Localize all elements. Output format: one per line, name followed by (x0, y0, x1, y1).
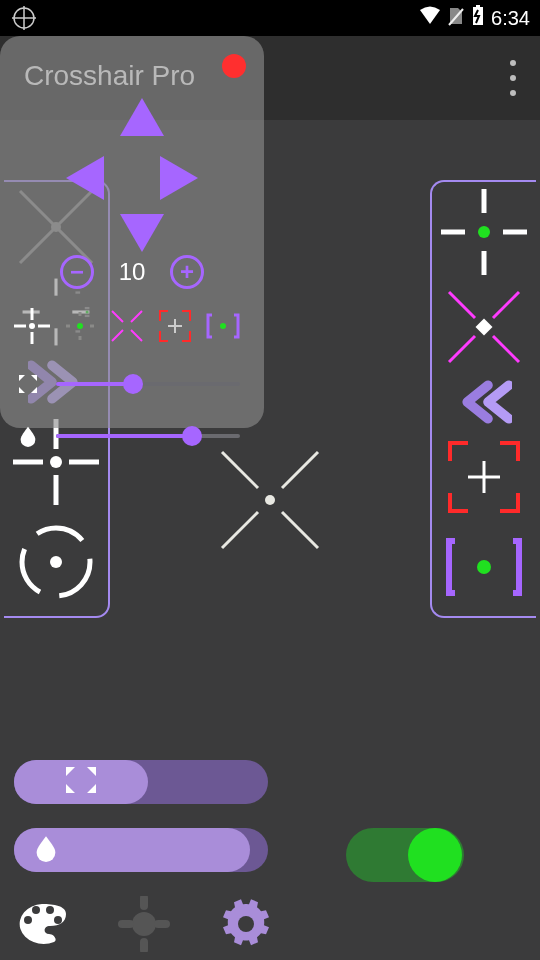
preset-chevrons-left[interactable] (432, 372, 536, 432)
opacity-pill-slider[interactable] (14, 828, 268, 872)
status-icon-app-target (10, 4, 38, 32)
controls-popup: Crosshair Pro − 10 + (0, 36, 264, 428)
svg-line-50 (131, 311, 142, 322)
status-bar: 6:34 (0, 0, 540, 36)
svg-line-30 (449, 292, 475, 318)
move-up-button[interactable] (120, 98, 164, 136)
preset-pink-x-diamond[interactable] (432, 282, 536, 372)
svg-line-55 (222, 452, 258, 488)
opacity-slider[interactable] (56, 434, 240, 438)
svg-point-22 (50, 456, 62, 468)
drop-icon (32, 834, 60, 866)
step-minus-button[interactable]: − (60, 255, 94, 289)
overflow-menu-button[interactable] (502, 60, 524, 96)
svg-line-48 (112, 311, 123, 322)
preset-green-dot-bracket[interactable] (432, 522, 536, 612)
right-preset-panel (430, 180, 536, 618)
svg-point-61 (32, 906, 40, 914)
style-dot-dashes[interactable] (64, 310, 96, 346)
style-picker-row (14, 304, 240, 352)
dpad (0, 80, 264, 270)
svg-line-49 (131, 330, 142, 341)
svg-line-51 (112, 330, 123, 341)
enable-toggle[interactable] (346, 828, 464, 882)
size-pill-slider[interactable] (14, 760, 268, 804)
color-palette-button[interactable] (14, 896, 70, 952)
record-indicator[interactable] (222, 54, 246, 78)
style-pink-x[interactable] (110, 309, 144, 347)
preset-dashes-green-dot[interactable] (432, 182, 536, 282)
no-sim-icon (447, 6, 465, 31)
bottom-controls (0, 760, 540, 960)
style-plus-dot[interactable] (14, 308, 50, 348)
settings-gear-button[interactable] (218, 896, 274, 952)
move-right-button[interactable] (160, 156, 198, 200)
step-value: 10 (112, 258, 152, 286)
svg-line-32 (493, 292, 519, 318)
opacity-drop-icon (14, 422, 42, 450)
brightness-button[interactable] (116, 896, 172, 952)
svg-point-63 (54, 916, 62, 924)
expand-arrows-icon (64, 765, 98, 799)
svg-point-59 (265, 495, 275, 505)
svg-point-60 (24, 916, 32, 924)
style-green-dot-bracket[interactable] (206, 313, 240, 343)
svg-line-58 (222, 512, 258, 548)
wifi-icon (419, 6, 441, 31)
expand-icon (14, 370, 42, 398)
step-plus-button[interactable]: + (170, 255, 204, 289)
svg-point-37 (477, 560, 491, 574)
battery-charging-icon (471, 5, 485, 32)
svg-point-29 (478, 226, 490, 238)
svg-line-31 (493, 336, 519, 362)
svg-rect-5 (476, 5, 480, 7)
toggle-knob (408, 828, 462, 882)
clock-text: 6:34 (491, 7, 530, 30)
svg-point-54 (220, 323, 226, 329)
preset-radar-circle[interactable] (4, 512, 108, 612)
svg-line-57 (282, 452, 318, 488)
move-down-button[interactable] (120, 214, 164, 252)
svg-point-69 (238, 916, 254, 932)
crosshair-preview (210, 440, 330, 564)
svg-point-64 (132, 912, 156, 936)
svg-point-62 (46, 906, 54, 914)
svg-line-56 (282, 512, 318, 548)
svg-point-47 (77, 323, 83, 329)
svg-rect-34 (476, 319, 493, 336)
svg-line-33 (449, 336, 475, 362)
svg-point-24 (50, 556, 62, 568)
preset-red-bracket-plus[interactable] (432, 432, 536, 522)
size-slider[interactable] (56, 382, 240, 386)
move-left-button[interactable] (66, 156, 104, 200)
style-red-brackets[interactable] (158, 309, 192, 347)
svg-point-42 (29, 323, 35, 329)
